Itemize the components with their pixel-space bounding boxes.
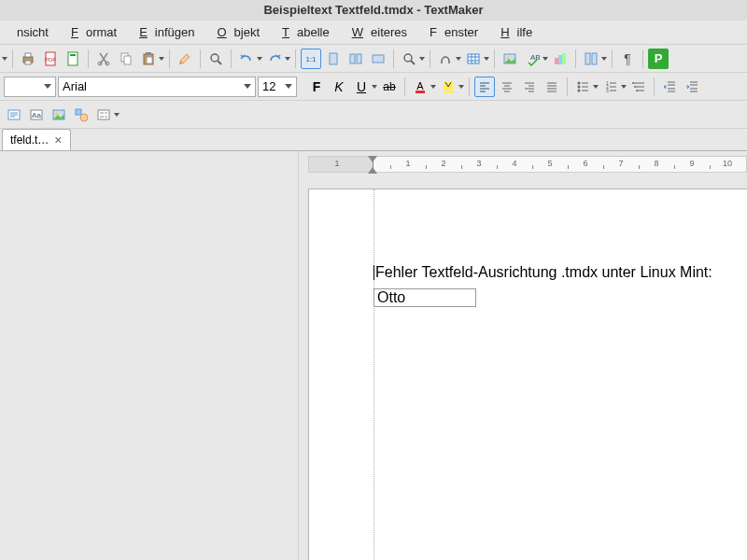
tab-close-icon[interactable]: × [54, 133, 62, 147]
insert-table-button[interactable] [463, 49, 484, 69]
align-left-button[interactable] [474, 77, 495, 97]
numbered-dropdown-icon[interactable] [621, 77, 627, 97]
align-center-button[interactable] [497, 77, 517, 97]
svg-rect-91 [76, 109, 81, 115]
undo-button[interactable] [236, 49, 257, 69]
text-field[interactable]: Otto [374, 288, 476, 307]
view-two-pages-button[interactable] [345, 49, 366, 69]
paste-button[interactable] [138, 49, 159, 69]
insert-image-button[interactable] [500, 49, 520, 69]
bullet-dropdown-icon[interactable] [593, 77, 599, 97]
print-button[interactable] [18, 49, 38, 69]
font-combo[interactable]: Arial [58, 77, 256, 97]
special-char-button[interactable] [435, 49, 456, 69]
paste-dropdown-icon[interactable] [159, 49, 164, 69]
menu-fenster[interactable]: Fenster [422, 22, 493, 42]
multilevel-list-button[interactable] [628, 77, 649, 97]
svg-rect-13 [147, 57, 152, 63]
insert-object-button[interactable] [550, 49, 571, 69]
view-page-button[interactable] [323, 49, 344, 69]
style-combo[interactable] [4, 77, 56, 97]
textbox-aa-button[interactable]: Aa [26, 105, 47, 125]
hanging-indent-marker[interactable] [368, 167, 383, 182]
font-color-button[interactable]: A [410, 77, 430, 97]
font-color-dropdown-icon[interactable] [430, 77, 436, 97]
format-paintbrush-button[interactable] [175, 49, 195, 69]
view-1to1-button[interactable]: 1:1 [301, 49, 321, 69]
decrease-indent-button[interactable] [659, 77, 680, 97]
dropdown-icon[interactable] [2, 49, 7, 69]
svg-text:PDF: PDF [45, 57, 56, 63]
svg-marker-98 [368, 156, 377, 162]
svg-rect-18 [350, 54, 355, 63]
menu-format[interactable]: Format [63, 22, 132, 42]
redo-button[interactable] [264, 49, 285, 69]
menu-objekt[interactable]: Objekt [209, 22, 275, 42]
image-frame-button[interactable] [49, 105, 69, 125]
svg-line-22 [411, 61, 415, 64]
presentation-button[interactable]: P [648, 49, 669, 69]
menu-ansicht[interactable]: nsicht [2, 22, 63, 42]
document-page[interactable]: Fehler Textfeld-Ausrichtung .tmdx unter … [308, 189, 747, 560]
underline-dropdown-icon[interactable] [372, 77, 377, 97]
copy-button[interactable] [116, 49, 136, 69]
menu-bar: nsicht Format Einfügen Objekt Tabelle We… [0, 21, 747, 45]
strikethrough-button[interactable]: ab [379, 77, 400, 97]
redo-dropdown-icon[interactable] [285, 49, 290, 69]
bold-button[interactable]: F [306, 77, 327, 97]
text-line-1[interactable]: Fehler Textfeld-Ausrichtung .tmdx unter … [374, 264, 747, 281]
forms-button[interactable] [93, 105, 114, 125]
zoom-dropdown-icon[interactable] [419, 49, 425, 69]
forms-dropdown-icon[interactable] [114, 105, 120, 125]
font-size-combo[interactable]: 12 [258, 77, 297, 97]
spellcheck-button[interactable]: ABC [522, 49, 543, 69]
svg-rect-23 [468, 54, 479, 63]
document-tab[interactable]: tfeld.t… × [2, 129, 71, 150]
horizontal-ruler[interactable]: 1 1 2 3 4 5 6 7 8 9 1 [308, 156, 747, 173]
svg-rect-34 [585, 53, 590, 64]
svg-point-59 [578, 89, 581, 91]
zoom-button[interactable] [205, 49, 226, 69]
highlight-button[interactable] [438, 77, 458, 97]
export-pdf-button[interactable]: PDF [40, 49, 61, 69]
svg-rect-2 [25, 61, 31, 64]
svg-rect-17 [330, 53, 337, 64]
formatting-marks-button[interactable]: ¶ [617, 49, 638, 69]
object-toolbar: Aa [0, 101, 747, 129]
columns-dropdown-icon[interactable] [601, 49, 607, 69]
bullet-list-button[interactable] [572, 77, 593, 97]
shapes-button[interactable] [71, 105, 92, 125]
highlight-dropdown-icon[interactable] [458, 77, 464, 97]
svg-text:Aa: Aa [32, 111, 41, 119]
textframe-button[interactable] [4, 105, 24, 125]
menu-weiteres[interactable]: Weiteres [345, 22, 422, 42]
svg-point-92 [80, 114, 88, 121]
document-content[interactable]: Fehler Textfeld-Ausrichtung .tmdx unter … [374, 264, 747, 307]
align-right-button[interactable] [519, 77, 540, 97]
menu-hilfe[interactable]: Hilfe [493, 22, 547, 42]
svg-rect-19 [357, 54, 361, 63]
align-justify-button[interactable] [542, 77, 562, 97]
window-titlebar: Beispieltext Textfeld.tmdx - TextMaker [0, 0, 747, 21]
view-width-button[interactable] [368, 49, 388, 69]
special-char-dropdown-icon[interactable] [456, 49, 461, 69]
svg-text:¶: ¶ [624, 51, 631, 66]
svg-rect-38 [416, 91, 425, 93]
svg-point-73 [634, 86, 636, 88]
menu-tabelle[interactable]: Tabelle [275, 22, 345, 42]
underline-button[interactable]: U [351, 77, 372, 97]
table-dropdown-icon[interactable] [484, 49, 489, 69]
undo-dropdown-icon[interactable] [257, 49, 262, 69]
cut-button[interactable] [93, 49, 114, 69]
format-toolbar: Arial 12 F K U ab A 123 [0, 73, 747, 101]
spellcheck-dropdown-icon[interactable] [543, 49, 548, 69]
columns-button[interactable] [581, 49, 601, 69]
tab-label: tfeld.t… [10, 133, 49, 147]
italic-button[interactable]: K [329, 77, 349, 97]
export-epub-button[interactable] [63, 49, 83, 69]
document-area[interactable]: 1 1 2 3 4 5 6 7 8 9 1 [299, 151, 747, 560]
increase-indent-button[interactable] [682, 77, 702, 97]
zoom-magnify-button[interactable] [399, 49, 419, 69]
numbered-list-button[interactable]: 123 [600, 77, 621, 97]
menu-einfuegen[interactable]: Einfügen [132, 22, 209, 42]
